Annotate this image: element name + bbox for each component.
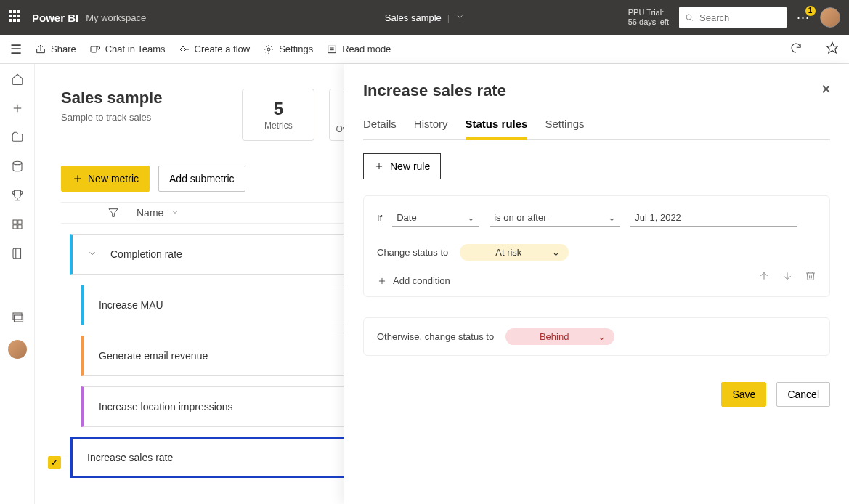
svg-point-12	[13, 161, 22, 165]
chevron-down-icon: ⌄	[467, 212, 475, 223]
favorite-icon[interactable]	[826, 41, 839, 57]
share-button[interactable]: Share	[35, 44, 76, 55]
chat-teams-button[interactable]: Chat in Teams	[89, 44, 166, 55]
page-subtitle: Sample to track sales	[61, 112, 162, 123]
svg-point-0	[686, 15, 691, 20]
settings-button[interactable]: Settings	[263, 44, 313, 55]
search-icon	[685, 12, 694, 23]
report-name[interactable]: Sales sample	[385, 12, 442, 23]
app-launcher-icon[interactable]	[9, 10, 23, 25]
svg-point-3	[97, 46, 99, 49]
workspaces-icon[interactable]	[11, 311, 24, 324]
tab-status-rules[interactable]: Status rules	[466, 113, 528, 140]
delete-icon[interactable]	[805, 270, 816, 284]
brand-label: Power BI	[32, 12, 78, 24]
chevron-down-icon: ⌄	[608, 212, 616, 223]
move-down-icon[interactable]	[781, 270, 793, 284]
svg-rect-11	[12, 134, 23, 142]
add-submetric-button[interactable]: Add submetric	[158, 166, 245, 192]
rule-block: If Date⌄ is on or after⌄ Jul 1, 2022 Cha…	[363, 195, 830, 297]
svg-rect-14	[17, 220, 21, 224]
breadcrumb: Sales sample |	[385, 12, 464, 23]
new-rule-button[interactable]: New rule	[363, 153, 441, 179]
hamburger-icon[interactable]: ☰	[10, 41, 22, 57]
plus-icon[interactable]	[11, 102, 24, 115]
new-metric-button[interactable]: New metric	[61, 166, 150, 192]
tab-history[interactable]: History	[414, 113, 448, 139]
svg-rect-2	[91, 46, 97, 52]
home-icon[interactable]	[11, 73, 24, 86]
search-input[interactable]	[698, 12, 781, 24]
plus-icon	[374, 161, 384, 171]
data-hub-icon[interactable]	[11, 160, 24, 173]
row-checkbox[interactable]: ✓	[48, 456, 61, 469]
metrics-count-value: 5	[274, 99, 283, 119]
panel-title: Increase sales rate	[363, 81, 830, 100]
workspace-name[interactable]: My workspace	[86, 12, 146, 23]
global-header: Power BI My workspace Sales sample | PPU…	[0, 0, 849, 35]
close-icon[interactable]: ✕	[821, 81, 832, 97]
plus-icon	[377, 276, 387, 286]
if-label: If	[377, 213, 382, 224]
status-select-else[interactable]: Behind⌄	[505, 328, 614, 345]
command-bar: ☰ Share Chat in Teams Create a flow Sett…	[0, 35, 849, 64]
rule-value-input[interactable]: Jul 1, 2022	[630, 209, 797, 227]
otherwise-block: Otherwise, change status to Behind⌄	[363, 317, 830, 356]
plus-icon	[72, 173, 84, 184]
breadcrumb-divider: |	[447, 12, 450, 23]
avatar[interactable]	[820, 7, 840, 28]
rule-field-select[interactable]: Date⌄	[392, 209, 479, 227]
search-box[interactable]	[679, 7, 787, 28]
add-condition-button[interactable]: Add condition	[377, 275, 816, 286]
refresh-icon[interactable]	[789, 41, 803, 57]
svg-line-1	[691, 19, 692, 20]
create-flow-button[interactable]: Create a flow	[179, 44, 251, 55]
read-mode-button[interactable]: Read mode	[326, 44, 391, 55]
svg-rect-15	[13, 225, 17, 229]
page-title: Sales sample	[61, 89, 162, 107]
metric-details-panel: Increase sales rate ✕ Details History St…	[344, 64, 849, 504]
chevron-down-icon: ⌄	[598, 331, 606, 342]
column-name[interactable]: Name	[137, 207, 163, 219]
learn-icon[interactable]	[11, 247, 24, 260]
trial-status[interactable]: PPU Trial: 56 days left	[628, 8, 669, 27]
main-content: Sales sample Sample to track sales 5 Met…	[35, 64, 849, 504]
save-button[interactable]: Save	[721, 382, 766, 407]
svg-rect-16	[17, 225, 21, 229]
metrics-count-label: Metrics	[264, 121, 293, 131]
workspace-avatar[interactable]	[8, 340, 27, 359]
read-icon	[326, 44, 338, 55]
svg-marker-22	[109, 209, 118, 217]
otherwise-label: Otherwise, change status to	[377, 331, 494, 342]
panel-tabs: Details History Status rules Settings	[363, 113, 830, 140]
gear-icon	[263, 44, 275, 55]
change-status-label: Change status to	[377, 247, 448, 258]
chevron-down-icon: ⌄	[552, 247, 560, 258]
goals-icon[interactable]	[11, 189, 24, 202]
svg-point-4	[267, 48, 270, 51]
share-icon	[35, 44, 46, 55]
notification-badge: 1	[805, 6, 816, 16]
rule-operator-select[interactable]: is on or after⌄	[490, 209, 620, 227]
svg-rect-13	[13, 220, 17, 224]
more-options-button[interactable]: ··· 1	[797, 10, 810, 25]
expand-icon[interactable]	[87, 248, 97, 261]
browse-icon[interactable]	[11, 131, 24, 144]
left-nav-rail	[0, 64, 35, 504]
move-up-icon[interactable]	[758, 270, 770, 284]
chevron-down-icon[interactable]	[171, 207, 179, 219]
status-select-if[interactable]: At risk⌄	[460, 244, 569, 261]
teams-icon	[89, 44, 101, 55]
tab-settings[interactable]: Settings	[545, 113, 584, 139]
tab-details[interactable]: Details	[363, 113, 397, 139]
apps-icon[interactable]	[11, 218, 24, 231]
cancel-button[interactable]: Cancel	[776, 382, 830, 407]
chevron-down-icon[interactable]	[455, 12, 464, 23]
svg-rect-5	[328, 46, 336, 52]
metrics-count-card[interactable]: 5 Metrics	[242, 89, 314, 141]
filter-icon[interactable]	[107, 207, 119, 219]
flow-icon	[179, 44, 190, 55]
svg-marker-8	[827, 43, 838, 53]
